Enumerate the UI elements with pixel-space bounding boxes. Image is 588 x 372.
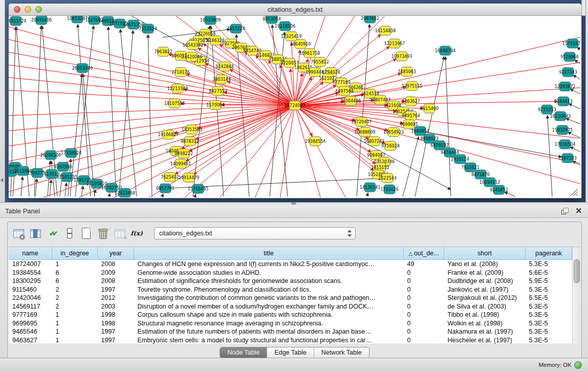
table-cell[interactable]: 0: [404, 327, 444, 336]
table-cell[interactable]: 1997: [98, 336, 134, 345]
table-cell[interactable]: 6: [52, 277, 98, 286]
graph-node[interactable]: 2718176: [171, 68, 190, 77]
graph-node[interactable]: 8813054: [263, 16, 281, 24]
table-row[interactable]: 1830029562008Estimation of significance …: [9, 277, 572, 286]
table-cell[interactable]: Hescheler et al. (1997): [444, 336, 526, 345]
column-header-short[interactable]: short: [444, 247, 526, 260]
graph-node[interactable]: 9529966: [560, 52, 579, 61]
table-selector[interactable]: citations_edges.txt: [154, 227, 356, 239]
close-panel-icon[interactable]: ✕: [575, 206, 582, 215]
table-cell[interactable]: 2009: [98, 269, 134, 277]
graph-node[interactable]: 12213349: [167, 84, 188, 93]
graph-node[interactable]: 12975115: [402, 81, 423, 91]
graph-node[interactable]: 9463627: [402, 97, 420, 106]
table-cell[interactable]: Jankovic et al. (1997): [444, 286, 526, 294]
trash-icon[interactable]: [96, 227, 110, 239]
table-cell[interactable]: Dudbridge et al. (2008): [444, 277, 526, 286]
select-all-icon[interactable]: ✔✔: [46, 227, 59, 239]
table-cell[interactable]: 9465546: [9, 327, 52, 336]
table-cell[interactable]: 0: [404, 294, 444, 302]
table-cell[interactable]: 1997: [98, 286, 134, 294]
table-cell[interactable]: 0: [404, 286, 444, 294]
graph-node[interactable]: 16210643: [550, 112, 571, 121]
scrollbar-thumb[interactable]: [574, 259, 580, 283]
table-cell[interactable]: 6: [52, 269, 98, 277]
delete-table-icon[interactable]: ×: [113, 227, 126, 239]
table-row[interactable]: 1872400712008Changes of HCN gene express…: [9, 260, 572, 269]
table-cell[interactable]: 0: [404, 277, 444, 286]
table-cell[interactable]: 9463627: [9, 336, 52, 345]
graph-node[interactable]: 12093872: [555, 82, 576, 91]
window-titlebar[interactable]: citations_edges.txt: [9, 4, 581, 16]
table-cell[interactable]: de Silva et al. (2003): [444, 302, 526, 311]
network-canvas[interactable]: 1872400779638228960128891295423226058932…: [9, 16, 580, 198]
table-cell[interactable]: Changes of HCN gene expression and I(f) …: [134, 260, 404, 269]
resize-grip-icon[interactable]: [571, 189, 578, 196]
table-cell[interactable]: Structural magnetic resonance image aver…: [134, 319, 404, 328]
graph-node[interactable]: 1733426: [380, 185, 399, 194]
graph-node[interactable]: 8878312: [181, 137, 199, 146]
tab-edge-table[interactable]: Edge Table: [267, 347, 314, 358]
table-row[interactable]: 946554611997Estimation of the future num…: [9, 327, 572, 336]
table-cell[interactable]: 0: [404, 311, 444, 319]
column-header-title[interactable]: title: [134, 247, 404, 260]
table-cell[interactable]: 2: [52, 302, 98, 311]
graph-node[interactable]: 17016504: [555, 140, 576, 149]
graph-node[interactable]: 16914479: [179, 173, 200, 182]
table-cell[interactable]: 2: [52, 294, 98, 302]
table-cell[interactable]: Franke et al. (2009): [444, 269, 526, 277]
table-cell[interactable]: Estimation of significance thresholds fo…: [134, 277, 404, 286]
table-cell[interactable]: 22420046: [9, 294, 52, 302]
graph-node[interactable]: 16033809: [200, 16, 221, 25]
graph-node[interactable]: 8215353: [538, 105, 556, 114]
graph-node[interactable]: 2087652: [361, 16, 379, 23]
table-cell[interactable]: 1: [52, 336, 98, 345]
graph-node[interactable]: 20691406: [31, 16, 52, 25]
table-cell[interactable]: 1998: [98, 311, 134, 319]
table-cell[interactable]: 9777169: [9, 311, 52, 319]
table-cell[interactable]: 5.3E-5: [526, 302, 572, 311]
table-cell[interactable]: 1: [52, 319, 98, 328]
table-cell[interactable]: Wolkin et al. (1998): [444, 319, 526, 328]
table-row[interactable]: 2242004622012Investigating the contribut…: [9, 294, 572, 302]
table-cell[interactable]: 14569117: [9, 302, 52, 311]
table-cell[interactable]: 1998: [98, 319, 134, 328]
table-row[interactable]: 946362711997Embryonic stem cells: a mode…: [9, 336, 572, 345]
table-cell[interactable]: 0: [404, 269, 444, 277]
column-header-year[interactable]: year: [98, 247, 134, 260]
table-settings-icon[interactable]: [12, 227, 25, 239]
graph-node[interactable]: 1244413: [554, 97, 573, 106]
graph-node[interactable]: 19384554: [305, 137, 326, 146]
graph-node[interactable]: 14136141: [360, 183, 381, 192]
table-row[interactable]: 1938455462009Genome-wide association stu…: [9, 269, 572, 277]
left-panel-edge[interactable]: [0, 0, 5, 202]
graph-node[interactable]: 17339924: [61, 148, 82, 158]
new-table-icon[interactable]: [79, 227, 93, 239]
graph-node[interactable]: 19218506: [275, 21, 296, 31]
row-height-icon[interactable]: [62, 227, 76, 239]
table-cell[interactable]: 5.3E-5: [526, 260, 572, 269]
table-cell[interactable]: 9699695: [9, 319, 52, 328]
table-cell[interactable]: 5.3E-5: [526, 311, 572, 319]
graph-node[interactable]: 12213967: [384, 39, 405, 48]
table-cell[interactable]: 5.3E-5: [526, 319, 572, 328]
table-cell[interactable]: Tourette syndrome. Phenomenology and cla…: [134, 286, 404, 294]
table-cell[interactable]: 49: [404, 260, 444, 269]
table-cell[interactable]: 5.9E-5: [526, 277, 572, 286]
graph-node[interactable]: 16648784: [435, 46, 456, 55]
graph-node[interactable]: 14055724: [9, 16, 26, 26]
table-cell[interactable]: Corpus callosum shape and size in male p…: [134, 311, 404, 319]
table-cell[interactable]: Yano et al. (2008): [444, 260, 526, 269]
table-cell[interactable]: Genome-wide association studies in ADHD.: [134, 269, 404, 277]
table-cell[interactable]: Stergiakouli et al. (2012): [444, 294, 526, 302]
table-cell[interactable]: 2003: [98, 302, 134, 311]
graph-node[interactable]: 7857224: [227, 24, 245, 33]
column-header-in_degree[interactable]: in_degree: [52, 247, 98, 260]
table-cell[interactable]: 2012: [98, 294, 134, 302]
table-row[interactable]: 1456911722003Disruption of a novel membe…: [9, 302, 572, 311]
table-cell[interactable]: 1: [52, 327, 98, 336]
table-cell[interactable]: Embryonic stem cells: a model to study s…: [134, 336, 404, 345]
table-cell[interactable]: 5.3E-5: [526, 286, 572, 294]
table-cell[interactable]: 18300295: [9, 277, 52, 286]
graph-node[interactable]: 19654923: [383, 127, 404, 137]
